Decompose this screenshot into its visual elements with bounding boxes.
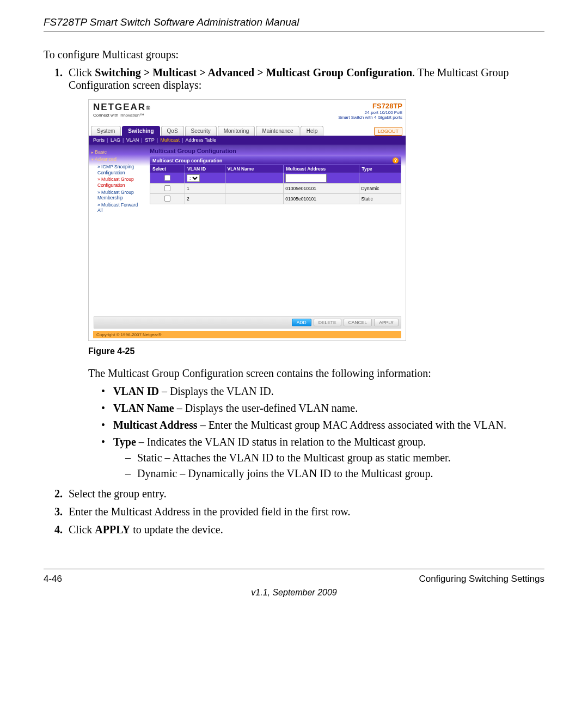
page-header: FS728TP Smart Switch Software Administra… <box>44 16 544 32</box>
field-type: Type – Indicates the VLAN ID status in r… <box>101 436 544 480</box>
vlan-id-select[interactable]: 1 <box>187 174 200 182</box>
field-type-dynamic: Dynamic – Dynamically joins the VLAN ID … <box>125 467 544 480</box>
cell-multicast-address: 01005e010101 <box>284 194 359 204</box>
col-vlan-name: VLAN Name <box>225 165 284 173</box>
row-select-checkbox[interactable] <box>164 195 170 201</box>
col-multicast-address: Multicast Address <box>284 165 359 173</box>
nav-multicast-group-membership[interactable]: » Multicast Group Membership <box>93 189 143 202</box>
row-select-checkbox[interactable] <box>164 185 170 191</box>
tab-system[interactable]: System <box>91 126 121 136</box>
doc-version: v1.1, September 2009 <box>44 588 544 598</box>
cell-vlan-name <box>225 194 284 204</box>
page-footer: 4-46 Configuring Switching Settings <box>44 569 544 585</box>
step1-pre: Click <box>69 66 95 78</box>
select-all-checkbox[interactable] <box>164 174 170 180</box>
subtab-lag[interactable]: LAG <box>111 137 120 143</box>
section-title: Configuring Switching Settings <box>419 574 544 585</box>
nav-multicast-group-config[interactable]: » Multicast Group Configuration <box>93 176 143 188</box>
after-figure-text: The Multicast Group Configuration screen… <box>88 367 544 380</box>
model-block: FS728TP 24-port 10/100 PoE Smart Switch … <box>338 102 402 125</box>
step-3: Enter the Multicast Address in the provi… <box>65 506 544 518</box>
button-bar: ADD DELETE CANCEL APPLY <box>94 317 401 328</box>
col-vlan-id: VLAN ID <box>185 165 225 173</box>
table-row: 1 01005e010101 Dynamic <box>150 184 401 194</box>
field-type-static: Static – Attaches the VLAN ID to the Mul… <box>125 452 544 464</box>
subtab-stp[interactable]: STP <box>145 137 155 143</box>
apply-button[interactable]: APPLY <box>374 319 399 326</box>
nav-advanced[interactable]: Advanced <box>91 156 143 162</box>
sub-tabs: Ports| LAG| VLAN| STP| Multicast| Addres… <box>89 136 406 144</box>
screenshot-figure: NETGEAR® Connect with Innovation™ FS728T… <box>88 99 406 341</box>
multicast-group-table: Select VLAN ID VLAN Name Multicast Addre… <box>150 165 401 204</box>
logout-button[interactable]: LOGOUT <box>374 127 402 136</box>
subtab-multicast[interactable]: Multicast <box>161 137 180 143</box>
subtab-vlan[interactable]: VLAN <box>126 137 139 143</box>
content-title: Multicast Group Configuration <box>150 148 401 154</box>
table-row: 2 01005e010101 Static <box>150 194 401 204</box>
cell-vlan-id: 2 <box>185 194 225 204</box>
brand-name: NETGEAR® <box>93 102 151 113</box>
tab-switching[interactable]: Switching <box>122 126 160 136</box>
step-4: Click APPLY to update the device. <box>65 524 544 536</box>
cell-multicast-address: 01005e010101 <box>284 184 359 194</box>
multicast-address-input[interactable] <box>285 174 327 182</box>
main-tabs: System Switching QoS Security Monitoring… <box>89 126 323 136</box>
nav-multicast-forward-all[interactable]: » Multicast Forward All <box>93 202 143 214</box>
model-desc-2: Smart Switch with 4 Gigabit ports <box>338 115 402 120</box>
page-number: 4-46 <box>44 574 62 585</box>
model-desc-1: 24-port 10/100 PoE <box>338 110 402 115</box>
cancel-button[interactable]: CANCEL <box>344 319 372 326</box>
field-vlan-id: VLAN ID – Displays the VLAN ID. <box>101 385 544 398</box>
field-multicast-address: Multicast Address – Enter the Multicast … <box>101 419 544 431</box>
delete-button[interactable]: DELETE <box>314 319 341 326</box>
step-1: Click Switching > Multicast > Advanced >… <box>65 66 544 480</box>
tab-help[interactable]: Help <box>301 126 324 136</box>
model-number: FS728TP <box>338 102 402 110</box>
brand-block: NETGEAR® Connect with Innovation™ <box>93 102 151 125</box>
col-type: Type <box>359 165 401 173</box>
subtab-address-table[interactable]: Address Table <box>185 137 216 143</box>
figure-caption: Figure 4-25 <box>88 346 544 356</box>
field-vlan-name: VLAN Name – Displays the user-defined VL… <box>101 402 544 415</box>
tab-maintenance[interactable]: Maintenance <box>256 126 299 136</box>
tab-security[interactable]: Security <box>185 126 217 136</box>
step1-path: Switching > Multicast > Advanced > Multi… <box>95 66 412 78</box>
panel-header: Multicast Group configuration ? <box>150 156 401 165</box>
tab-monitoring[interactable]: Monitoring <box>218 126 255 136</box>
intro-text: To configure Multicast groups: <box>44 48 544 61</box>
cell-vlan-id: 1 <box>185 184 225 194</box>
cell-type: Static <box>359 194 401 204</box>
copyright-bar: Copyright © 1996-2007 Netgear® <box>93 331 401 338</box>
left-nav: Basic Advanced » IGMP Snooping Configura… <box>89 144 145 324</box>
tab-qos[interactable]: QoS <box>161 126 184 136</box>
cell-vlan-name <box>225 184 284 194</box>
input-row: 1 <box>150 173 401 184</box>
add-button[interactable]: ADD <box>292 319 311 326</box>
cell-type: Dynamic <box>359 184 401 194</box>
col-select: Select <box>150 165 185 173</box>
nav-basic[interactable]: Basic <box>91 149 143 155</box>
nav-igmp-snooping[interactable]: » IGMP Snooping Configuration <box>93 163 143 176</box>
brand-tagline: Connect with Innovation™ <box>93 113 151 118</box>
step-2: Select the group entry. <box>65 488 544 500</box>
help-icon[interactable]: ? <box>393 157 399 163</box>
subtab-ports[interactable]: Ports <box>93 137 105 143</box>
panel-title: Multicast Group configuration <box>152 158 223 163</box>
